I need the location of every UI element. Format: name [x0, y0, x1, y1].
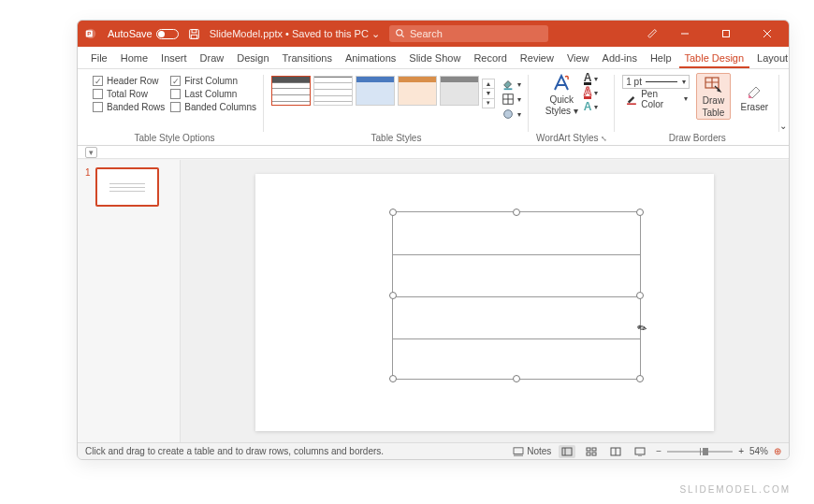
svg-rect-24 — [562, 448, 572, 455]
tab-help[interactable]: Help — [645, 49, 677, 68]
tab-transitions[interactable]: Transitions — [277, 49, 338, 68]
svg-rect-32 — [635, 448, 645, 454]
svg-rect-12 — [504, 88, 513, 90]
minimize-button[interactable] — [669, 21, 701, 47]
search-icon — [395, 28, 405, 40]
svg-point-16 — [504, 110, 513, 119]
status-bar: Click and drag to create a table and to … — [78, 442, 789, 459]
svg-point-6 — [397, 29, 402, 35]
tab-addins[interactable]: Add-ins — [597, 49, 643, 68]
ribbon-tabs: File Home Insert Draw Design Transitions… — [78, 47, 789, 69]
tab-animations[interactable]: Animations — [340, 49, 401, 68]
title-bar: P AutoSave SlideModel.pptx • Saved to th… — [78, 21, 789, 47]
group-wordart-styles: Quick Styles ▾ A▾ A▾ A▾ WordArt Styles ⤡ — [529, 73, 615, 145]
reading-view-button[interactable] — [607, 445, 624, 458]
powerpoint-window: P AutoSave SlideModel.pptx • Saved to th… — [77, 20, 790, 460]
autosave-label: AutoSave — [108, 28, 153, 39]
work-area: 1 — [78, 160, 789, 442]
text-outline-button[interactable]: A▾ — [584, 87, 599, 99]
tab-home[interactable]: Home — [115, 49, 153, 68]
slide-canvas[interactable]: ✎ — [181, 160, 789, 442]
ribbon: ✓Header Row Total Row Banded Rows ✓First… — [78, 69, 789, 146]
close-button[interactable] — [751, 21, 783, 47]
group-table-style-options: ✓Header Row Total Row Banded Rows ✓First… — [85, 73, 264, 145]
draw-table-button[interactable]: Draw Table — [696, 73, 732, 120]
chk-total-row[interactable]: Total Row — [93, 89, 165, 99]
table-style-swatch[interactable] — [271, 76, 311, 106]
powerpoint-logo-icon: P — [83, 26, 98, 41]
gallery-more-button[interactable]: ▾ — [483, 99, 494, 108]
autosave-toggle[interactable]: AutoSave — [108, 28, 179, 39]
tab-record[interactable]: Record — [468, 49, 512, 68]
borders-button[interactable]: ▾ — [501, 93, 521, 106]
group-label: Table Styles — [371, 133, 422, 145]
normal-view-button[interactable] — [559, 445, 575, 458]
tab-file[interactable]: File — [85, 49, 113, 68]
ribbon-collapse-button[interactable]: ⌄ — [779, 73, 787, 135]
sorter-view-button[interactable] — [583, 445, 600, 458]
svg-rect-22 — [514, 447, 523, 454]
save-icon[interactable] — [188, 28, 200, 40]
table-style-swatch[interactable] — [313, 76, 353, 106]
zoom-slider[interactable] — [667, 451, 733, 453]
table-style-swatch[interactable] — [398, 76, 437, 106]
toggle-off-icon — [156, 29, 179, 39]
fit-to-window-button[interactable]: ⊕ — [774, 446, 781, 456]
table-object[interactable] — [392, 211, 641, 380]
quick-styles-button[interactable]: Quick Styles ▾ — [545, 73, 578, 116]
qat-strip: ▾ — [78, 146, 789, 159]
pen-input-icon[interactable] — [647, 26, 660, 41]
search-box[interactable] — [389, 25, 548, 42]
shading-button[interactable]: ▾ — [501, 78, 521, 91]
gallery-up-button[interactable]: ▲ — [483, 79, 494, 89]
chk-banded-rows[interactable]: Banded Rows — [93, 102, 165, 112]
tab-table-design[interactable]: Table Design — [679, 49, 750, 68]
text-effects-button[interactable]: A▾ — [584, 101, 599, 112]
svg-text:P: P — [87, 30, 91, 36]
text-fill-button[interactable]: A▾ — [584, 73, 599, 85]
gallery-down-button[interactable]: ▼ — [483, 89, 494, 98]
zoom-control: − + 54% ⊕ — [656, 446, 781, 456]
eraser-button[interactable]: Eraser — [736, 73, 772, 120]
svg-rect-27 — [592, 448, 596, 451]
svg-rect-5 — [191, 35, 197, 38]
svg-rect-18 — [627, 103, 636, 105]
table-style-gallery: ▲ ▼ ▾ ▾ ▾ ▾ — [271, 73, 521, 121]
zoom-out-button[interactable]: − — [656, 446, 661, 456]
zoom-in-button[interactable]: + — [738, 446, 744, 456]
chk-header-row[interactable]: ✓Header Row — [93, 76, 165, 86]
chk-banded-columns[interactable]: Banded Columns — [170, 102, 256, 112]
svg-line-7 — [401, 35, 403, 36]
group-label: WordArt Styles ⤡ — [536, 133, 607, 145]
tab-review[interactable]: Review — [515, 49, 560, 68]
tab-insert[interactable]: Insert — [155, 49, 193, 68]
pen-weight-select[interactable]: 1 pt▾ — [622, 75, 690, 89]
slide-number: 1 — [85, 167, 91, 207]
slide: ✎ — [255, 174, 714, 431]
table-style-swatch[interactable] — [356, 76, 395, 106]
tab-slideshow[interactable]: Slide Show — [403, 49, 466, 68]
group-table-styles: ▲ ▼ ▾ ▾ ▾ ▾ Table Styles — [264, 73, 529, 145]
table-style-swatch[interactable] — [440, 76, 479, 106]
zoom-level[interactable]: 54% — [749, 446, 768, 456]
notes-button[interactable]: Notes — [513, 446, 551, 456]
tab-design[interactable]: Design — [231, 49, 274, 68]
tab-view[interactable]: View — [561, 49, 595, 68]
chk-last-column[interactable]: Last Column — [170, 89, 256, 99]
pen-color-select[interactable]: Pen Color ▾ — [622, 92, 690, 106]
effects-button[interactable]: ▾ — [501, 108, 521, 121]
search-input[interactable] — [410, 28, 543, 39]
slide-thumbnail-pane: 1 — [78, 160, 181, 442]
svg-rect-4 — [192, 29, 196, 32]
watermark: SLIDEMODEL.COM — [679, 484, 791, 495]
tab-draw[interactable]: Draw — [195, 49, 230, 68]
svg-rect-29 — [592, 453, 596, 455]
qat-customize-icon[interactable]: ▾ — [85, 147, 97, 158]
tab-layout[interactable]: Layout — [751, 49, 790, 68]
chk-first-column[interactable]: ✓First Column — [170, 76, 256, 86]
slideshow-view-button[interactable] — [632, 445, 648, 458]
group-label: Table Style Options — [134, 133, 214, 145]
svg-rect-26 — [587, 448, 590, 451]
maximize-button[interactable] — [710, 21, 742, 47]
slide-thumbnail[interactable] — [95, 167, 159, 207]
